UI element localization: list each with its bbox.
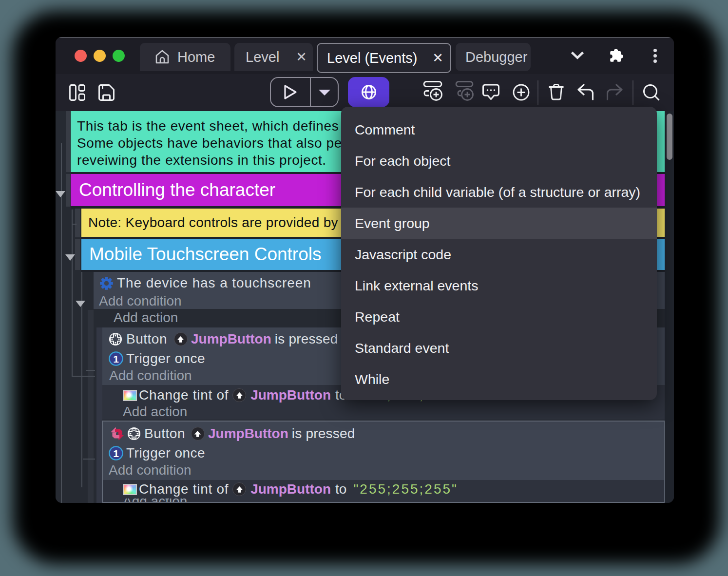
svg-text:1: 1 [113, 448, 119, 459]
svg-text:1: 1 [113, 353, 119, 365]
